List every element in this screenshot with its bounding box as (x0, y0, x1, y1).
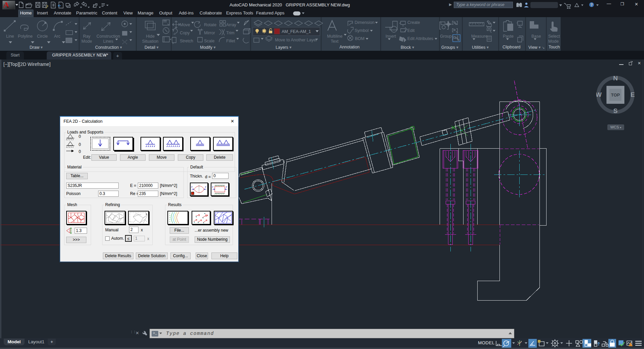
svg-text:W: W (596, 91, 602, 98)
svg-text:Move to Another Layer: Move to Another Layer (275, 38, 317, 42)
svg-text:Rotate: Rotate (204, 23, 216, 27)
svg-text:Copy: Copy (180, 31, 190, 35)
svg-text:Dimension: Dimension (355, 20, 374, 25)
svg-text:S: S (613, 107, 618, 114)
svg-text:Measure: Measure (471, 34, 488, 39)
svg-text:E: E (631, 91, 635, 98)
svg-text:F: F (205, 186, 206, 188)
svg-text:Group: Group (440, 34, 452, 39)
svg-text:Symbol: Symbol (355, 28, 369, 33)
svg-text:Insert: Insert (386, 34, 396, 39)
svg-text:Lines: Lines (103, 39, 113, 44)
svg-text:Hide: Hide (146, 34, 155, 39)
svg-text:Fillet: Fillet (226, 39, 235, 43)
svg-text:Mode: Mode (548, 39, 559, 44)
svg-text:F: F (212, 186, 213, 188)
svg-text:Edit: Edit (407, 28, 415, 33)
svg-text:Trim: Trim (226, 31, 235, 35)
svg-text:Move: Move (180, 23, 190, 27)
svg-text:Stretch: Stretch (180, 39, 193, 43)
svg-text:Scale: Scale (204, 39, 214, 43)
svg-text:?: ? (591, 3, 593, 7)
svg-text:AM_FEA-AM_1: AM_FEA-AM_1 (282, 29, 311, 34)
svg-text:Paste: Paste (503, 34, 514, 39)
svg-text:Multiline: Multiline (327, 34, 343, 39)
svg-text:Mode: Mode (81, 39, 92, 44)
svg-text:Text: Text (331, 39, 338, 44)
svg-text:N: N (613, 76, 618, 82)
svg-text:F: F (226, 186, 227, 188)
svg-text:Arc: Arc (54, 34, 61, 39)
svg-text:Circle: Circle (37, 34, 48, 39)
svg-text:Base: Base (531, 34, 541, 39)
svg-text:BOM: BOM (355, 36, 364, 41)
svg-text:Ray: Ray (83, 34, 91, 39)
svg-text:Situation: Situation (142, 39, 159, 44)
svg-text:Edit Attributes: Edit Attributes (407, 36, 433, 41)
svg-text:Mirror: Mirror (204, 31, 215, 35)
svg-text:Select: Select (548, 34, 560, 39)
svg-text:Line: Line (6, 34, 14, 39)
svg-text:Polyline: Polyline (18, 34, 33, 39)
svg-text:Array: Array (226, 23, 237, 27)
svg-text:Create: Create (407, 20, 420, 25)
svg-text:F: F (191, 186, 193, 188)
svg-text:TOP: TOP (611, 92, 620, 98)
svg-text:Construction: Construction (96, 34, 120, 39)
